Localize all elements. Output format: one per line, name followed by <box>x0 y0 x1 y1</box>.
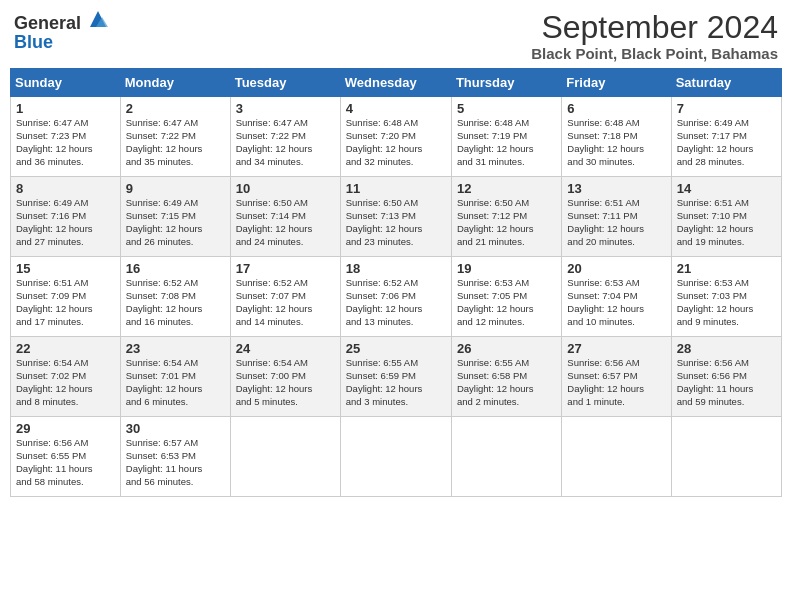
table-row: 28Sunrise: 6:56 AM Sunset: 6:56 PM Dayli… <box>671 337 781 417</box>
table-row <box>562 417 671 497</box>
calendar-row: 15Sunrise: 6:51 AM Sunset: 7:09 PM Dayli… <box>11 257 782 337</box>
table-row: 5Sunrise: 6:48 AM Sunset: 7:19 PM Daylig… <box>451 97 561 177</box>
day-number: 23 <box>126 341 225 356</box>
header-friday: Friday <box>562 69 671 97</box>
table-row: 26Sunrise: 6:55 AM Sunset: 6:58 PM Dayli… <box>451 337 561 417</box>
day-info: Sunrise: 6:55 AM Sunset: 6:59 PM Dayligh… <box>346 357 446 408</box>
table-row: 9Sunrise: 6:49 AM Sunset: 7:15 PM Daylig… <box>120 177 230 257</box>
day-number: 30 <box>126 421 225 436</box>
day-number: 3 <box>236 101 335 116</box>
location-title: Black Point, Black Point, Bahamas <box>531 45 778 62</box>
day-info: Sunrise: 6:56 AM Sunset: 6:56 PM Dayligh… <box>677 357 776 408</box>
table-row: 1Sunrise: 6:47 AM Sunset: 7:23 PM Daylig… <box>11 97 121 177</box>
day-info: Sunrise: 6:52 AM Sunset: 7:07 PM Dayligh… <box>236 277 335 328</box>
day-info: Sunrise: 6:51 AM Sunset: 7:09 PM Dayligh… <box>16 277 115 328</box>
day-info: Sunrise: 6:53 AM Sunset: 7:05 PM Dayligh… <box>457 277 556 328</box>
table-row: 22Sunrise: 6:54 AM Sunset: 7:02 PM Dayli… <box>11 337 121 417</box>
day-number: 12 <box>457 181 556 196</box>
day-number: 18 <box>346 261 446 276</box>
day-number: 14 <box>677 181 776 196</box>
logo-blue: Blue <box>14 32 53 52</box>
day-info: Sunrise: 6:49 AM Sunset: 7:17 PM Dayligh… <box>677 117 776 168</box>
table-row: 10Sunrise: 6:50 AM Sunset: 7:14 PM Dayli… <box>230 177 340 257</box>
calendar-row: 8Sunrise: 6:49 AM Sunset: 7:16 PM Daylig… <box>11 177 782 257</box>
table-row <box>671 417 781 497</box>
month-title: September 2024 <box>531 10 778 45</box>
calendar-row: 29Sunrise: 6:56 AM Sunset: 6:55 PM Dayli… <box>11 417 782 497</box>
day-info: Sunrise: 6:53 AM Sunset: 7:04 PM Dayligh… <box>567 277 665 328</box>
header-thursday: Thursday <box>451 69 561 97</box>
day-number: 6 <box>567 101 665 116</box>
day-number: 20 <box>567 261 665 276</box>
day-info: Sunrise: 6:47 AM Sunset: 7:22 PM Dayligh… <box>236 117 335 168</box>
table-row: 14Sunrise: 6:51 AM Sunset: 7:10 PM Dayli… <box>671 177 781 257</box>
day-number: 26 <box>457 341 556 356</box>
table-row <box>451 417 561 497</box>
header-sunday: Sunday <box>11 69 121 97</box>
header-wednesday: Wednesday <box>340 69 451 97</box>
day-number: 7 <box>677 101 776 116</box>
table-row: 25Sunrise: 6:55 AM Sunset: 6:59 PM Dayli… <box>340 337 451 417</box>
day-info: Sunrise: 6:57 AM Sunset: 6:53 PM Dayligh… <box>126 437 225 488</box>
table-row: 8Sunrise: 6:49 AM Sunset: 7:16 PM Daylig… <box>11 177 121 257</box>
day-number: 28 <box>677 341 776 356</box>
table-row: 27Sunrise: 6:56 AM Sunset: 6:57 PM Dayli… <box>562 337 671 417</box>
day-info: Sunrise: 6:51 AM Sunset: 7:10 PM Dayligh… <box>677 197 776 248</box>
table-row: 30Sunrise: 6:57 AM Sunset: 6:53 PM Dayli… <box>120 417 230 497</box>
table-row: 21Sunrise: 6:53 AM Sunset: 7:03 PM Dayli… <box>671 257 781 337</box>
day-number: 10 <box>236 181 335 196</box>
day-info: Sunrise: 6:49 AM Sunset: 7:15 PM Dayligh… <box>126 197 225 248</box>
table-row: 16Sunrise: 6:52 AM Sunset: 7:08 PM Dayli… <box>120 257 230 337</box>
table-row: 11Sunrise: 6:50 AM Sunset: 7:13 PM Dayli… <box>340 177 451 257</box>
table-row: 3Sunrise: 6:47 AM Sunset: 7:22 PM Daylig… <box>230 97 340 177</box>
day-number: 22 <box>16 341 115 356</box>
table-row: 19Sunrise: 6:53 AM Sunset: 7:05 PM Dayli… <box>451 257 561 337</box>
day-number: 21 <box>677 261 776 276</box>
day-number: 2 <box>126 101 225 116</box>
table-row: 4Sunrise: 6:48 AM Sunset: 7:20 PM Daylig… <box>340 97 451 177</box>
day-info: Sunrise: 6:53 AM Sunset: 7:03 PM Dayligh… <box>677 277 776 328</box>
table-row: 24Sunrise: 6:54 AM Sunset: 7:00 PM Dayli… <box>230 337 340 417</box>
table-row: 18Sunrise: 6:52 AM Sunset: 7:06 PM Dayli… <box>340 257 451 337</box>
day-info: Sunrise: 6:52 AM Sunset: 7:06 PM Dayligh… <box>346 277 446 328</box>
table-row: 15Sunrise: 6:51 AM Sunset: 7:09 PM Dayli… <box>11 257 121 337</box>
header-tuesday: Tuesday <box>230 69 340 97</box>
title-area: September 2024 Black Point, Black Point,… <box>531 10 778 62</box>
day-number: 5 <box>457 101 556 116</box>
table-row: 13Sunrise: 6:51 AM Sunset: 7:11 PM Dayli… <box>562 177 671 257</box>
day-info: Sunrise: 6:50 AM Sunset: 7:12 PM Dayligh… <box>457 197 556 248</box>
day-number: 17 <box>236 261 335 276</box>
calendar-row: 1Sunrise: 6:47 AM Sunset: 7:23 PM Daylig… <box>11 97 782 177</box>
day-info: Sunrise: 6:55 AM Sunset: 6:58 PM Dayligh… <box>457 357 556 408</box>
calendar-row: 22Sunrise: 6:54 AM Sunset: 7:02 PM Dayli… <box>11 337 782 417</box>
logo-icon <box>88 9 108 29</box>
day-number: 13 <box>567 181 665 196</box>
day-info: Sunrise: 6:52 AM Sunset: 7:08 PM Dayligh… <box>126 277 225 328</box>
table-row: 6Sunrise: 6:48 AM Sunset: 7:18 PM Daylig… <box>562 97 671 177</box>
day-info: Sunrise: 6:56 AM Sunset: 6:55 PM Dayligh… <box>16 437 115 488</box>
day-info: Sunrise: 6:54 AM Sunset: 7:00 PM Dayligh… <box>236 357 335 408</box>
day-info: Sunrise: 6:48 AM Sunset: 7:19 PM Dayligh… <box>457 117 556 168</box>
day-number: 1 <box>16 101 115 116</box>
table-row: 20Sunrise: 6:53 AM Sunset: 7:04 PM Dayli… <box>562 257 671 337</box>
table-row: 7Sunrise: 6:49 AM Sunset: 7:17 PM Daylig… <box>671 97 781 177</box>
table-row: 29Sunrise: 6:56 AM Sunset: 6:55 PM Dayli… <box>11 417 121 497</box>
day-info: Sunrise: 6:47 AM Sunset: 7:22 PM Dayligh… <box>126 117 225 168</box>
header-monday: Monday <box>120 69 230 97</box>
day-info: Sunrise: 6:54 AM Sunset: 7:02 PM Dayligh… <box>16 357 115 408</box>
table-row <box>340 417 451 497</box>
day-info: Sunrise: 6:49 AM Sunset: 7:16 PM Dayligh… <box>16 197 115 248</box>
day-number: 11 <box>346 181 446 196</box>
day-number: 15 <box>16 261 115 276</box>
day-info: Sunrise: 6:47 AM Sunset: 7:23 PM Dayligh… <box>16 117 115 168</box>
table-row: 12Sunrise: 6:50 AM Sunset: 7:12 PM Dayli… <box>451 177 561 257</box>
day-number: 25 <box>346 341 446 356</box>
day-info: Sunrise: 6:48 AM Sunset: 7:18 PM Dayligh… <box>567 117 665 168</box>
calendar-table: Sunday Monday Tuesday Wednesday Thursday… <box>10 68 782 497</box>
day-info: Sunrise: 6:50 AM Sunset: 7:13 PM Dayligh… <box>346 197 446 248</box>
header-row: Sunday Monday Tuesday Wednesday Thursday… <box>11 69 782 97</box>
day-number: 8 <box>16 181 115 196</box>
day-info: Sunrise: 6:54 AM Sunset: 7:01 PM Dayligh… <box>126 357 225 408</box>
table-row: 17Sunrise: 6:52 AM Sunset: 7:07 PM Dayli… <box>230 257 340 337</box>
logo-general: General <box>14 13 81 33</box>
